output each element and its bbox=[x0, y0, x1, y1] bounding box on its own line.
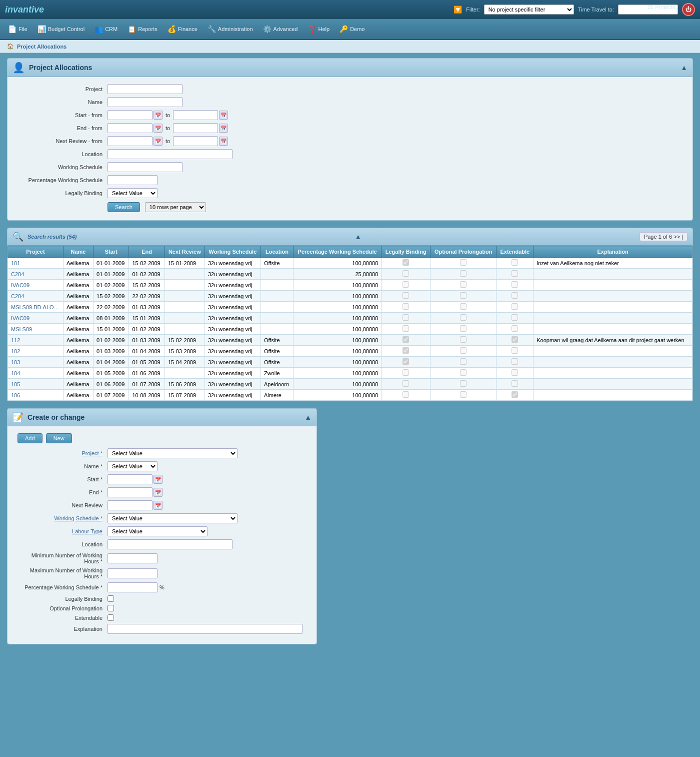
cell-project[interactable]: IVAC09 bbox=[8, 280, 64, 291]
start-to-input[interactable] bbox=[173, 110, 218, 120]
cell-extendable[interactable] bbox=[496, 269, 534, 280]
nav-administration[interactable]: 🔧 Administration bbox=[202, 23, 258, 35]
cell-legally-binding[interactable] bbox=[382, 335, 430, 346]
nav-finance[interactable]: 💰 Finance bbox=[162, 23, 202, 35]
cell-project[interactable]: IVAC09 bbox=[8, 313, 64, 324]
cell-project[interactable]: C204 bbox=[8, 291, 64, 302]
cell-project[interactable]: 106 bbox=[8, 390, 64, 401]
cell-optional-prolongation[interactable] bbox=[430, 346, 496, 357]
legally-binding-select[interactable]: Select Value Yes No bbox=[108, 188, 158, 198]
cell-legally-binding[interactable] bbox=[382, 291, 430, 302]
create-project-select[interactable]: Select Value bbox=[108, 448, 238, 458]
working-schedule-input[interactable] bbox=[108, 162, 182, 172]
results-panel-collapse[interactable]: ▲ bbox=[354, 233, 362, 241]
cell-extendable[interactable] bbox=[496, 379, 534, 390]
cell-extendable[interactable] bbox=[496, 280, 534, 291]
cell-extendable[interactable] bbox=[496, 324, 534, 335]
create-name-select[interactable]: Select Value bbox=[108, 461, 158, 471]
nav-file[interactable]: 📄 File bbox=[3, 23, 32, 35]
cell-project[interactable]: MSLS09 bbox=[8, 324, 64, 335]
create-next-review-input[interactable] bbox=[108, 500, 152, 510]
cell-extendable[interactable] bbox=[496, 368, 534, 379]
search-button[interactable]: Search bbox=[108, 202, 140, 212]
create-panel-collapse[interactable]: ▲ bbox=[304, 413, 312, 421]
cell-project[interactable]: 105 bbox=[8, 379, 64, 390]
cell-optional-prolongation[interactable] bbox=[430, 379, 496, 390]
nav-budget-control[interactable]: 📊 Budget Control bbox=[32, 23, 90, 35]
next-review-to-input[interactable] bbox=[173, 136, 218, 146]
cell-legally-binding[interactable] bbox=[382, 346, 430, 357]
nav-help[interactable]: ❓ Help bbox=[303, 23, 335, 35]
cell-legally-binding[interactable] bbox=[382, 390, 430, 401]
cell-legally-binding[interactable] bbox=[382, 269, 430, 280]
cell-optional-prolongation[interactable] bbox=[430, 302, 496, 313]
cell-project[interactable]: 102 bbox=[8, 346, 64, 357]
next-review-from-calendar[interactable]: 📅 bbox=[154, 137, 162, 146]
nav-reports[interactable]: 📋 Reports bbox=[122, 23, 162, 35]
cell-project[interactable]: 104 bbox=[8, 368, 64, 379]
cell-legally-binding[interactable] bbox=[382, 379, 430, 390]
create-end-calendar[interactable]: 📅 bbox=[154, 488, 162, 497]
nav-demo[interactable]: 🔑 Demo bbox=[334, 23, 370, 35]
name-input[interactable] bbox=[108, 97, 182, 107]
create-next-review-calendar[interactable]: 📅 bbox=[154, 501, 162, 510]
cell-legally-binding[interactable] bbox=[382, 368, 430, 379]
nav-crm[interactable]: 👥 CRM bbox=[90, 23, 122, 35]
new-button[interactable]: New bbox=[46, 433, 72, 443]
cell-optional-prolongation[interactable] bbox=[430, 390, 496, 401]
create-percentage-input[interactable] bbox=[108, 582, 158, 592]
cell-extendable[interactable] bbox=[496, 313, 534, 324]
cell-project[interactable]: 112 bbox=[8, 335, 64, 346]
create-explanation-input[interactable] bbox=[108, 624, 302, 634]
create-legally-binding-checkbox[interactable] bbox=[108, 595, 114, 602]
create-location-input[interactable] bbox=[108, 539, 232, 549]
filter-select[interactable]: No project specific filter bbox=[484, 5, 574, 15]
cell-optional-prolongation[interactable] bbox=[430, 313, 496, 324]
create-max-hours-input[interactable] bbox=[108, 568, 158, 578]
cell-extendable[interactable] bbox=[496, 291, 534, 302]
next-review-to-calendar[interactable]: 📅 bbox=[219, 137, 228, 146]
pagination[interactable]: Page 1 of 6 >> | bbox=[640, 232, 688, 241]
cell-optional-prolongation[interactable] bbox=[430, 335, 496, 346]
cell-project[interactable]: MSLS09.BD.ALO... bbox=[8, 302, 64, 313]
cell-extendable[interactable] bbox=[496, 357, 534, 368]
project-input[interactable] bbox=[108, 84, 182, 94]
create-start-calendar[interactable]: 📅 bbox=[154, 475, 162, 484]
cell-optional-prolongation[interactable] bbox=[430, 357, 496, 368]
start-to-calendar[interactable]: 📅 bbox=[219, 111, 228, 120]
start-from-input[interactable] bbox=[108, 110, 152, 120]
end-to-calendar[interactable]: 📅 bbox=[219, 124, 228, 133]
cell-legally-binding[interactable] bbox=[382, 302, 430, 313]
cell-optional-prolongation[interactable] bbox=[430, 291, 496, 302]
end-from-input[interactable] bbox=[108, 123, 152, 133]
create-labour-type-select[interactable]: Select Value bbox=[108, 526, 208, 536]
cell-optional-prolongation[interactable] bbox=[430, 324, 496, 335]
cell-optional-prolongation[interactable] bbox=[430, 280, 496, 291]
cell-extendable[interactable] bbox=[496, 302, 534, 313]
create-end-input[interactable] bbox=[108, 487, 152, 497]
cell-extendable[interactable] bbox=[496, 335, 534, 346]
end-to-input[interactable] bbox=[173, 123, 218, 133]
cell-legally-binding[interactable] bbox=[382, 313, 430, 324]
cell-legally-binding[interactable] bbox=[382, 357, 430, 368]
cell-extendable[interactable] bbox=[496, 346, 534, 357]
create-start-input[interactable] bbox=[108, 474, 152, 484]
search-panel-collapse[interactable]: ▲ bbox=[680, 64, 688, 72]
create-optional-prolongation-checkbox[interactable] bbox=[108, 605, 114, 611]
rows-per-page-select[interactable]: 10 rows per page 25 rows per page 50 row… bbox=[145, 202, 206, 212]
percentage-working-schedule-input[interactable] bbox=[108, 175, 158, 185]
cell-optional-prolongation[interactable] bbox=[430, 368, 496, 379]
cell-optional-prolongation[interactable] bbox=[430, 269, 496, 280]
cell-legally-binding[interactable] bbox=[382, 258, 430, 269]
cell-project[interactable]: 101 bbox=[8, 258, 64, 269]
location-input[interactable] bbox=[108, 149, 232, 159]
nav-advanced[interactable]: ⚙️ Advanced bbox=[258, 23, 303, 35]
cell-legally-binding[interactable] bbox=[382, 324, 430, 335]
cell-extendable[interactable] bbox=[496, 258, 534, 269]
cell-project[interactable]: 103 bbox=[8, 357, 64, 368]
create-extendable-checkbox[interactable] bbox=[108, 614, 114, 621]
create-min-hours-input[interactable] bbox=[108, 553, 158, 563]
create-working-schedule-select[interactable]: Select Value bbox=[108, 513, 238, 523]
start-from-calendar[interactable]: 📅 bbox=[154, 111, 162, 120]
cell-optional-prolongation[interactable] bbox=[430, 258, 496, 269]
